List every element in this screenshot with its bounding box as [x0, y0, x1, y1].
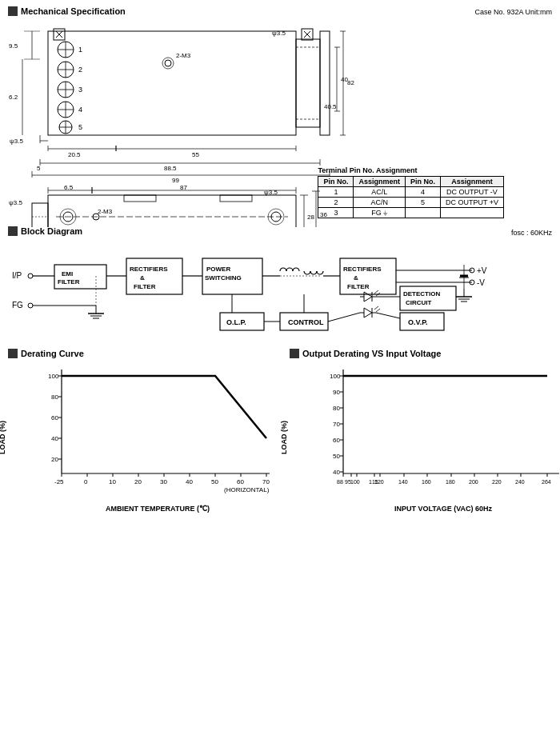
svg-text:20: 20 — [134, 478, 142, 485]
svg-point-113 — [28, 303, 33, 308]
assign-1: AC/L — [354, 187, 406, 198]
svg-text:50: 50 — [211, 478, 218, 485]
pin-no-3: 3 — [318, 208, 354, 218]
svg-text:(HORIZONTAL): (HORIZONTAL) — [224, 486, 270, 493]
table-row: 1 AC/L 4 DC OUTPUT -V — [318, 187, 504, 198]
fosc-label: fosc : 60KHz — [511, 229, 552, 237]
svg-text:O.V.P.: O.V.P. — [408, 318, 428, 326]
svg-text:20.5: 20.5 — [68, 151, 81, 158]
svg-text:70: 70 — [262, 478, 270, 485]
assign-empty — [440, 208, 503, 218]
svg-text:2-M3: 2-M3 — [98, 208, 113, 215]
svg-text:100: 100 — [48, 373, 59, 380]
svg-text:3: 3 — [78, 86, 82, 94]
terminal-table: Pin No. Assignment Pin No. Assignment 1 … — [318, 176, 504, 218]
svg-rect-1 — [296, 39, 320, 127]
svg-line-161 — [376, 309, 380, 312]
svg-text:SWITCHING: SWITCHING — [205, 274, 242, 282]
output-derating-xlabel: INPUT VOLTAGE (VAC) 60Hz — [315, 505, 560, 513]
assign-4: DC OUTPUT -V — [440, 187, 503, 198]
svg-text:+V: +V — [477, 266, 487, 275]
assign-2: AC/N — [354, 198, 406, 208]
svg-text:220: 220 — [492, 479, 502, 485]
output-derating-header: Output Derating VS Input Voltage — [290, 349, 560, 358]
svg-text:2-M3: 2-M3 — [176, 52, 191, 59]
mechanical-title: Mechanical Specification — [21, 6, 126, 16]
svg-text:100: 100 — [330, 373, 341, 380]
terminal-title: Terminal Pin No. Assignment — [318, 166, 504, 174]
col-header-pinno2: Pin No. — [405, 177, 440, 187]
svg-text:88.5: 88.5 — [164, 165, 177, 172]
output-derating-svg: 100 90 80 70 60 50 40 — [315, 362, 560, 501]
svg-text:99: 99 — [172, 177, 179, 184]
svg-text:40: 40 — [341, 76, 348, 83]
terminal-section: Terminal Pin No. Assignment Pin No. Assi… — [8, 163, 504, 218]
svg-text:60: 60 — [237, 478, 244, 485]
svg-text:40: 40 — [51, 435, 58, 442]
table-row: 3 FG ⏚ — [318, 208, 504, 218]
terminal-table-wrap: Terminal Pin No. Assignment Pin No. Assi… — [318, 166, 504, 218]
derating-svg: 100 80 60 40 20 - — [34, 362, 282, 501]
svg-text:6.2: 6.2 — [9, 94, 18, 101]
block-diagram-header: Block Diagram — [8, 226, 82, 236]
svg-line-165 — [376, 313, 400, 318]
svg-text:264: 264 — [542, 479, 551, 485]
svg-text:-25: -25 — [54, 478, 64, 485]
svg-text:ψ3.5: ψ3.5 — [10, 138, 23, 145]
svg-text:CIRCUIT: CIRCUIT — [406, 299, 432, 306]
svg-text:1: 1 — [78, 46, 82, 54]
svg-text:88: 88 — [337, 479, 343, 485]
svg-text:200: 200 — [469, 479, 478, 485]
section-icon — [8, 6, 18, 16]
svg-point-111 — [28, 274, 33, 278]
svg-text:RECTIFIERS: RECTIFIERS — [343, 266, 382, 273]
svg-marker-150 — [364, 292, 372, 302]
block-diagram-svg: I/P FG EMI FILTER RECTIFIERS & FILTER PO… — [8, 242, 552, 342]
svg-text:160: 160 — [422, 479, 431, 485]
page: Mechanical Specification Case No. 932A U… — [0, 0, 560, 519]
svg-text:120: 120 — [374, 479, 384, 485]
svg-text:FILTER: FILTER — [347, 283, 370, 290]
svg-text:40: 40 — [333, 469, 340, 476]
assign-3: FG ⏚ — [354, 208, 406, 218]
svg-text:28: 28 — [307, 214, 314, 221]
svg-text:20: 20 — [51, 456, 58, 463]
derating-xlabel: AMBIENT TEMPERATURE (℃) — [34, 505, 282, 513]
svg-text:55: 55 — [192, 151, 199, 158]
svg-text:&: & — [354, 274, 358, 282]
block-section-icon — [8, 226, 18, 236]
output-derating-icon — [290, 349, 299, 358]
svg-text:5: 5 — [78, 123, 82, 131]
svg-text:CONTROL: CONTROL — [288, 318, 324, 326]
block-header-row: Block Diagram fosc : 60KHz — [8, 226, 552, 239]
derating-ylabel: LOAD (%) — [0, 421, 6, 454]
svg-text:80: 80 — [51, 393, 58, 401]
svg-text:82: 82 — [347, 79, 354, 86]
svg-text:0: 0 — [84, 478, 88, 485]
svg-text:40: 40 — [186, 478, 193, 485]
svg-text:EMI: EMI — [62, 270, 73, 278]
block-diagram-title: Block Diagram — [21, 226, 82, 236]
pin-no-2: 2 — [318, 198, 354, 208]
svg-text:60: 60 — [333, 437, 340, 444]
svg-text:60: 60 — [51, 414, 58, 421]
output-derating-title: Output Derating VS Input Voltage — [302, 349, 441, 358]
svg-text:ψ3.5: ψ3.5 — [9, 199, 22, 206]
block-diagram-section: Block Diagram fosc : 60KHz I/P FG EMI FI… — [8, 226, 552, 342]
output-derating-ylabel: LOAD (%) — [280, 421, 288, 454]
svg-text:10: 10 — [109, 478, 116, 485]
derating-title: Derating Curve — [21, 349, 84, 358]
svg-text:POWER: POWER — [206, 266, 230, 273]
case-info: Case No. 932A Unit:mm — [474, 6, 552, 16]
pin-no-4: 4 — [405, 187, 440, 198]
svg-text:O.L.P.: O.L.P. — [226, 318, 246, 326]
svg-text:FILTER: FILTER — [58, 278, 80, 286]
svg-point-32 — [162, 58, 174, 69]
svg-text:ψ3.5: ψ3.5 — [272, 30, 286, 37]
svg-text:RECTIFIERS: RECTIFIERS — [130, 266, 168, 273]
svg-text:5: 5 — [37, 165, 41, 172]
svg-text:FILTER: FILTER — [134, 283, 156, 290]
svg-text:I/P: I/P — [12, 271, 22, 280]
pin-no-1: 1 — [318, 187, 354, 198]
col-header-assign1: Assignment — [354, 177, 406, 187]
